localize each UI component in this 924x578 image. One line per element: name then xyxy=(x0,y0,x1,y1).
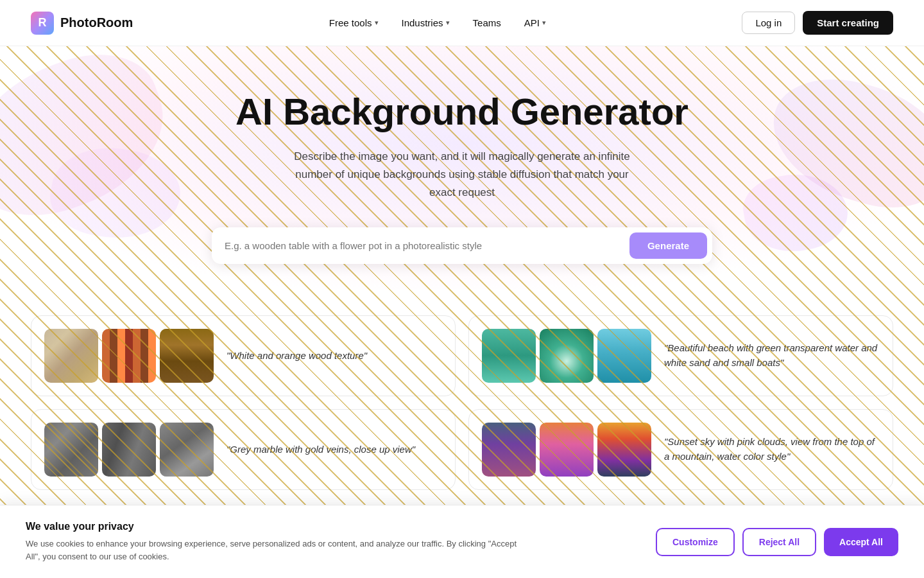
cookie-title: We value your privacy xyxy=(26,521,526,532)
hero-content: AI Background Generator Describe the ima… xyxy=(13,91,911,264)
search-input[interactable] xyxy=(225,240,629,251)
accept-all-button[interactable]: Accept All xyxy=(824,528,898,556)
gallery-section: "White and orange wood texture" "Beautif… xyxy=(0,290,924,516)
nav-actions: Log in Start creating xyxy=(742,11,893,35)
customize-button[interactable]: Customize xyxy=(656,528,735,556)
chevron-down-icon: ▾ xyxy=(542,19,546,27)
nav-free-tools[interactable]: Free tools ▾ xyxy=(320,12,388,33)
start-creating-button[interactable]: Start creating xyxy=(803,11,893,35)
nav-links: Free tools ▾ Industries ▾ Teams API ▾ xyxy=(320,12,555,33)
card-images-marble xyxy=(44,423,214,477)
cookie-banner: We value your privacy We use cookies to … xyxy=(0,505,924,561)
logo-icon: R xyxy=(31,12,54,35)
page-title: AI Background Generator xyxy=(13,91,911,132)
login-button[interactable]: Log in xyxy=(742,12,795,34)
cookie-description: We use cookies to enhance your browsing … xyxy=(26,538,526,561)
nav-api[interactable]: API ▾ xyxy=(515,12,555,33)
gallery-card-marble: "Grey marble with gold veins, close up v… xyxy=(31,409,456,490)
cookie-actions: Customize Reject All Accept All xyxy=(656,528,898,556)
logo[interactable]: R PhotoRoom xyxy=(31,12,133,35)
reject-all-button[interactable]: Reject All xyxy=(742,528,816,556)
search-box: Generate xyxy=(212,227,712,264)
nav-industries[interactable]: Industries ▾ xyxy=(393,12,459,33)
chevron-down-icon: ▾ xyxy=(446,19,450,27)
cookie-text: We value your privacy We use cookies to … xyxy=(26,521,526,561)
hero-description: Describe the image you want, and it will… xyxy=(282,148,642,202)
chevron-down-icon: ▾ xyxy=(375,19,379,27)
marble-image-3 xyxy=(160,423,214,477)
logo-text: PhotoRoom xyxy=(60,15,133,30)
navbar: R PhotoRoom Free tools ▾ Industries ▾ Te… xyxy=(0,0,924,46)
generate-button[interactable]: Generate xyxy=(629,232,707,259)
nav-teams[interactable]: Teams xyxy=(464,12,510,33)
